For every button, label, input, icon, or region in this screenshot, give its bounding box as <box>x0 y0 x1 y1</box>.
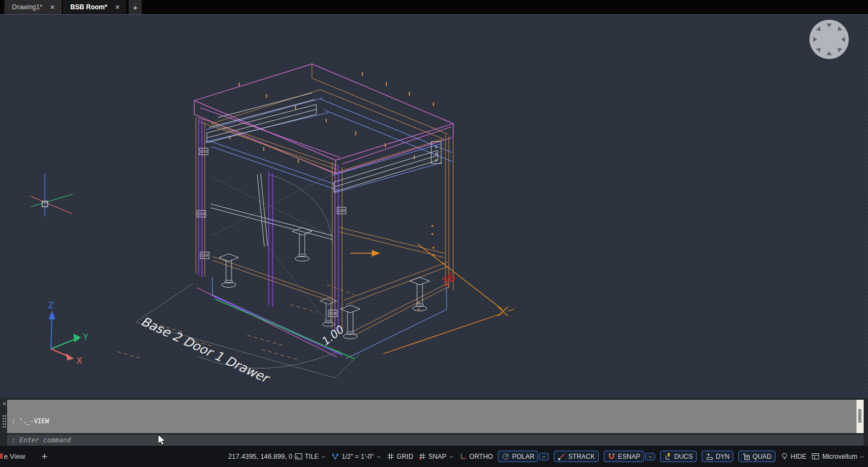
chevron-down-icon <box>647 454 653 459</box>
tile-icon <box>294 452 303 460</box>
statusbar-toggle-hide[interactable]: HIDE <box>780 452 807 460</box>
drill-peg-marks <box>230 72 433 163</box>
ucs-z-label: Z <box>48 301 54 311</box>
tab-drawing1[interactable]: Drawing1* ✕ <box>4 0 62 14</box>
close-tab-icon[interactable]: ✕ <box>50 4 55 11</box>
statusbar-toggle-ortho[interactable]: ORTHO <box>459 452 493 460</box>
add-layout-button[interactable]: + <box>42 451 48 463</box>
statusbar-annotation-scale[interactable]: 1/2" = 1'-0" <box>331 452 381 460</box>
scrollbar-thumb[interactable] <box>858 409 861 423</box>
tab-bsb-room[interactable]: BSB Room* ✕ <box>63 0 127 14</box>
chevron-down-icon <box>321 454 326 459</box>
ortho-icon <box>459 452 467 460</box>
statusbar-toggle-strack[interactable]: STRACK <box>554 451 599 462</box>
close-command-history-icon[interactable]: ✕ <box>2 401 7 407</box>
esnap-options-button[interactable] <box>645 453 655 460</box>
drawing-tabbar: Drawing1* ✕ BSB Room* ✕ + <box>0 0 868 14</box>
ucs-axis-icon: Z Y X <box>33 299 99 367</box>
statusbar-toggle-quad[interactable]: QUAD <box>738 451 776 462</box>
countertop-outline <box>194 64 453 357</box>
statusbar-toggle-polar[interactable]: POLAR <box>498 451 549 462</box>
status-bar: e View + 217.4395, 146.899, 0 TILE 1/2" … <box>0 446 868 467</box>
command-input[interactable]: : Enter command <box>7 435 864 446</box>
command-prompt-text: : Enter command <box>11 436 71 444</box>
window-layout-icon <box>811 452 820 460</box>
statusbar-toggle-grid[interactable]: GRID <box>386 452 413 460</box>
command-panel-grip[interactable] <box>2 415 6 428</box>
system-lines-blue <box>204 98 453 359</box>
chevron-down-icon <box>449 454 454 459</box>
command-history[interactable]: : '._-VIEW View [? to list/Delete/Orthog… <box>7 400 864 433</box>
dimension-lines <box>350 244 514 354</box>
cabinet-wireframe-drawing: Base 2 Door 1 Drawer 36 1.00 <box>0 15 868 399</box>
polar-options-button[interactable] <box>539 453 549 460</box>
drawing-viewport[interactable]: Base 2 Door 1 Drawer 36 1.00 Z Y <box>0 14 868 398</box>
chevron-down-icon <box>859 454 865 459</box>
dyn-icon <box>705 452 714 460</box>
grid-icon <box>386 452 395 460</box>
quad-icon <box>742 452 750 460</box>
statusbar-toggle-tile[interactable]: TILE <box>294 452 326 460</box>
adjustable-legs <box>219 227 430 339</box>
drawing-label: Base 2 Door 1 Drawer <box>138 315 274 386</box>
ducs-icon <box>664 452 672 460</box>
new-tab-button[interactable]: + <box>129 0 142 14</box>
annotation-scale-icon <box>331 452 339 460</box>
command-area: ✕ : '._-VIEW View [? to list/Delete/Orth… <box>0 398 868 446</box>
crosshair-cursor <box>15 172 76 234</box>
magnet-icon <box>607 452 616 460</box>
coordinates-display[interactable]: 217.4395, 146.899, 0 <box>228 446 292 467</box>
layout-scroll-indicator <box>0 453 3 459</box>
layout-tab-label[interactable]: e View <box>4 452 25 460</box>
navigation-compass[interactable] <box>808 19 850 60</box>
close-tab-icon[interactable]: ✕ <box>115 4 120 11</box>
polar-icon <box>502 452 510 460</box>
command-history-scrollbar[interactable] <box>857 400 864 433</box>
statusbar-toggle-dyn[interactable]: DYN <box>702 451 733 462</box>
chevron-down-icon <box>376 454 381 459</box>
ucs-y-label: Y <box>83 332 89 342</box>
statusbar-toggle-ducs[interactable]: DUCS <box>660 451 697 462</box>
lightbulb-icon <box>780 452 789 460</box>
tab-bsb-room-label: BSB Room* <box>71 3 107 11</box>
mouse-cursor <box>158 434 166 446</box>
strack-icon <box>558 452 566 460</box>
statusbar-microvellum-menu[interactable]: Microvellum <box>811 452 865 460</box>
cabinet-frame <box>196 64 453 335</box>
statusbar-toggle-esnap[interactable]: ESNAP <box>604 451 655 462</box>
ucs-x-label: X <box>77 356 82 366</box>
hinges <box>197 148 346 317</box>
tab-drawing1-label: Drawing1* <box>12 3 42 11</box>
chevron-down-icon <box>541 454 547 459</box>
statusbar-toggle-snap[interactable]: SNAP <box>418 452 454 460</box>
drawer-slides-hardware <box>207 93 441 247</box>
snap-grid-icon <box>418 452 426 460</box>
command-history-line: : '._-VIEW <box>11 417 853 425</box>
